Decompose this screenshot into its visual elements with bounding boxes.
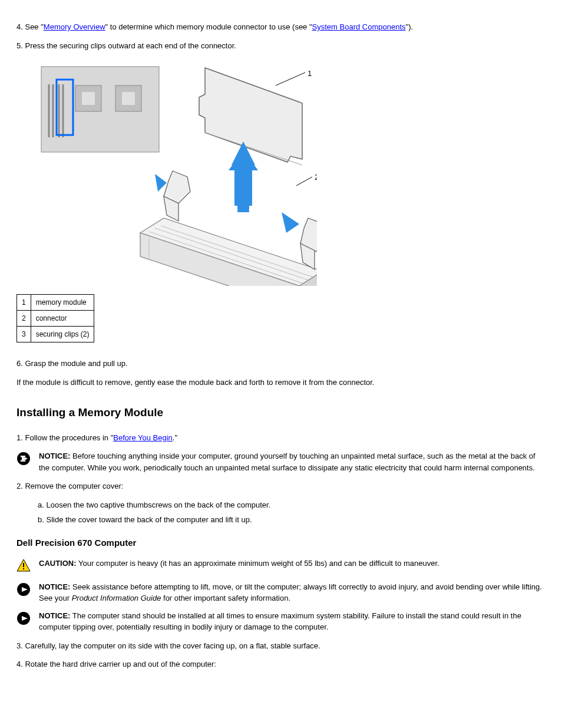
- install-step-2-number: 2.: [16, 482, 23, 490]
- step-6-note: If the module is difficult to remove, ge…: [16, 377, 546, 388]
- legend-2-text: connector: [31, 311, 94, 327]
- step-5: 5. Press the securing clips outward at e…: [16, 40, 546, 52]
- legend-row-3: 3 securing clips (2): [17, 327, 94, 342]
- install-step-1-text: Follow the procedures in "Before You Beg…: [25, 433, 177, 442]
- arrow-up-icon: [229, 141, 258, 212]
- notice-grounding: NOTICE: Before touching anything inside …: [16, 450, 546, 473]
- step-4-mid: " to determine which memory module conne…: [105, 22, 312, 31]
- svg-line-28: [276, 73, 305, 85]
- caution-body: Your computer is heavy (it has an approx…: [78, 559, 439, 568]
- notice-icon: [16, 611, 33, 629]
- legend-3-num: 3: [17, 327, 31, 342]
- heading-installing-memory-module: Installing a Memory Module: [16, 404, 546, 421]
- step-670-4-text: Rotate the hard drive carrier up and out…: [25, 660, 216, 668]
- arrow-left-icon: [155, 174, 167, 192]
- caution-label: CAUTION:: [39, 559, 77, 568]
- notice-body: The computer stand should be installed a…: [39, 611, 521, 632]
- figure-svg: 1 2 3: [16, 62, 317, 286]
- notice-icon: [16, 452, 33, 469]
- svg-line-30: [296, 177, 312, 186]
- arrow-right-icon: [282, 212, 299, 233]
- subheading-dell-precision-670: Dell Precision 670 Computer: [16, 536, 546, 550]
- step-4: 4. See "Memory Overview" to determine wh…: [16, 21, 546, 33]
- caution-text: CAUTION: Your computer is heavy (it has …: [39, 558, 546, 569]
- substep-b-text: Slide the cover toward the back of the c…: [46, 515, 252, 524]
- install-step-1: 1. Follow the procedures in "Before You …: [16, 432, 546, 444]
- svg-rect-39: [23, 563, 24, 567]
- step-6-number: 6.: [16, 359, 23, 368]
- notice-grounding-text: NOTICE: Before touching anything inside …: [39, 450, 546, 473]
- notice-stand-text: NOTICE: The computer stand should be ins…: [39, 610, 546, 633]
- link-before-you-begin[interactable]: Before You Begin: [113, 433, 172, 442]
- figure-memory-removal: 1 2 3: [16, 62, 546, 286]
- step-5-number: 5.: [16, 41, 23, 50]
- notice-stand: NOTICE: The computer stand should be ins…: [16, 610, 546, 633]
- install-step-2: 2. Remove the computer cover:: [16, 480, 546, 492]
- step-670-3: 3. Carefully, lay the computer on its si…: [16, 640, 546, 652]
- install-step-2-substeps: a. Loosen the two captive thumbscrews on…: [16, 499, 546, 526]
- notice-body: Before touching anything inside your com…: [39, 452, 535, 472]
- step-6-text: Grasp the module and pull up.: [25, 359, 127, 368]
- svg-rect-2: [82, 92, 95, 105]
- link-memory-overview[interactable]: Memory Overview: [44, 22, 105, 31]
- notice-label: NOTICE:: [39, 452, 70, 460]
- step-4-text: See "Memory Overview" to determine which…: [25, 22, 413, 31]
- install-step-1-suffix: .": [173, 433, 177, 442]
- notice-lifting-text: NOTICE: Seek assistance before attemptin…: [39, 581, 546, 604]
- install-step-1-prefix: Follow the procedures in ": [25, 433, 113, 442]
- notice-body-2: for other important safety information.: [161, 594, 290, 602]
- legend-3-text: securing clips (2): [31, 327, 94, 342]
- substep-b: b. Slide the cover toward the back of th…: [38, 514, 546, 526]
- step-670-3-text: Carefully, lay the computer on its side …: [25, 641, 320, 650]
- notice-label: NOTICE:: [39, 582, 70, 591]
- step-670-4: 4. Rotate the hard drive carrier up and …: [16, 658, 546, 670]
- notice-italic: Product Information Guide: [72, 594, 161, 602]
- install-step-1-number: 1.: [16, 433, 23, 442]
- caution-heavy-computer: CAUTION: Your computer is heavy (it has …: [16, 558, 546, 575]
- notice-lifting: NOTICE: Seek assistance before attemptin…: [16, 581, 546, 604]
- step-670-3-number: 3.: [16, 641, 23, 650]
- legend-1-text: memory module: [31, 295, 94, 311]
- legend-2-num: 2: [17, 311, 31, 327]
- svg-rect-40: [23, 568, 24, 569]
- step-4-suffix: ").: [406, 22, 414, 31]
- step-670-4-number: 4.: [16, 660, 23, 668]
- substep-a-text: Loosen the two captive thumbscrews on th…: [46, 500, 270, 509]
- legend-row-1: 1 memory module: [17, 295, 94, 311]
- legend-row-2: 2 connector: [17, 311, 94, 327]
- svg-rect-4: [122, 92, 135, 105]
- figure-legend-table: 1 memory module 2 connector 3 securing c…: [16, 294, 94, 342]
- step-4-prefix: See ": [25, 22, 43, 31]
- svg-text:2: 2: [315, 173, 317, 182]
- notice-icon: [16, 582, 33, 600]
- svg-text:1: 1: [308, 69, 312, 78]
- svg-rect-15: [237, 162, 249, 209]
- install-step-2-text: Remove the computer cover:: [25, 482, 123, 490]
- legend-1-num: 1: [17, 295, 31, 311]
- substep-a: a. Loosen the two captive thumbscrews on…: [38, 499, 546, 511]
- step-5-text: Press the securing clips outward at each…: [25, 41, 236, 50]
- substep-a-num: a.: [38, 500, 44, 509]
- notice-label: NOTICE:: [39, 611, 70, 620]
- caution-icon: [16, 559, 33, 575]
- substep-b-num: b.: [38, 515, 44, 524]
- step-4-number: 4.: [16, 22, 23, 31]
- link-system-board-components[interactable]: System Board Components: [312, 22, 406, 31]
- step-6: 6. Grasp the module and pull up.: [16, 358, 546, 370]
